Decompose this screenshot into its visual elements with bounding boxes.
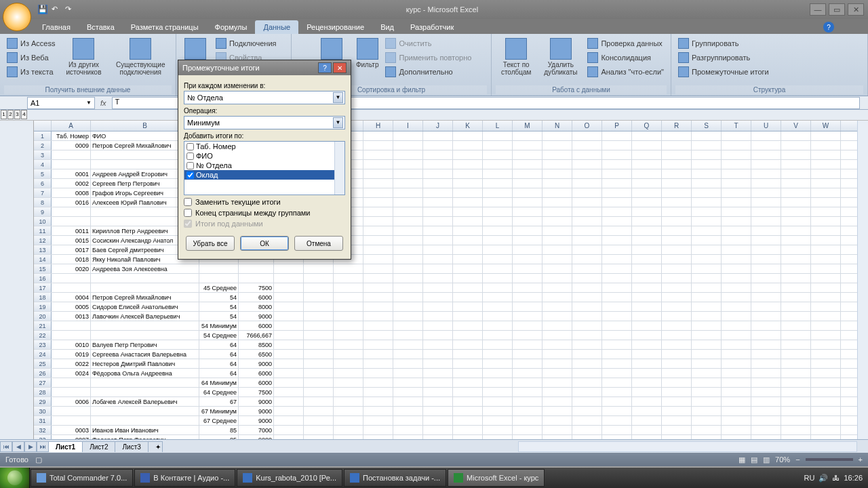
list-item[interactable]: ФИО (184, 151, 344, 161)
taskbar-item[interactable]: Microsoft Excel - курс (448, 469, 545, 487)
listbox-scrollbar[interactable] (334, 142, 344, 195)
remove-all-button[interactable]: Убрать все (186, 236, 235, 251)
dialog-close-button[interactable]: ✕ (333, 62, 347, 73)
start-button[interactable] (0, 468, 30, 488)
table-row[interactable]: 4 (34, 160, 868, 169)
horizontal-scrollbar[interactable] (518, 441, 857, 452)
dialog-titlebar[interactable]: Промежуточные итоги ? ✕ (178, 60, 351, 75)
outline-level-2[interactable]: 2 (7, 110, 14, 119)
text-to-columns-button[interactable]: Текст по столбцам (496, 37, 536, 77)
table-row[interactable]: 130017Баев Сергей дмитреевич (34, 245, 868, 255)
outline-level-1[interactable]: 1 (1, 110, 7, 119)
combo-operation[interactable]: Минимум▼ (184, 116, 345, 129)
table-row[interactable]: 260024Фёдорова Ольга Андреевна646000 (34, 369, 868, 378)
sort-asc-icon[interactable] (296, 37, 309, 50)
vertical-scrollbar[interactable] (857, 121, 868, 439)
from-access-button[interactable]: Из Access (4, 37, 58, 50)
what-if-button[interactable]: Анализ "что-если" (585, 65, 667, 79)
view-normal-icon[interactable]: ▦ (738, 455, 745, 464)
list-item[interactable]: № Отдела (184, 161, 344, 170)
taskbar-item[interactable]: Total Commander 7.0... (31, 469, 133, 487)
table-row[interactable]: 3 (34, 150, 868, 160)
tab-page-layout[interactable]: Разметка страницы (123, 20, 207, 34)
table-row[interactable]: 1Таб. НомерФИО (34, 131, 868, 141)
sheet-nav-prev[interactable]: ◀ (12, 441, 24, 452)
table-row[interactable]: 180004Петров Сергей Михайлович546000 (34, 293, 868, 302)
table-row[interactable]: 2254 Среднее7666,667 (34, 331, 868, 340)
name-box[interactable]: A1▼ (27, 97, 95, 109)
sheet-tab[interactable]: Лист3 (115, 441, 148, 452)
sheet-tab[interactable]: Лист2 (82, 441, 115, 452)
taskbar-item[interactable]: В Контакте | Аудио -... (134, 469, 235, 487)
taskbar-item[interactable]: Постановка задачи -... (344, 469, 446, 487)
chevron-down-icon[interactable]: ▼ (333, 117, 343, 128)
tab-data[interactable]: Данные (255, 20, 298, 34)
zoom-out-button[interactable]: − (795, 455, 800, 464)
record-macro-icon[interactable]: ▢ (35, 455, 42, 464)
table-row[interactable]: 10 (34, 217, 868, 226)
table-row[interactable]: 2764 Минимум6000 (34, 378, 868, 388)
subtotal-button[interactable]: Промежуточные итоги (675, 65, 772, 79)
tray-icon[interactable]: 🔊 (818, 474, 828, 483)
sheet-tab[interactable]: Лист1 (48, 441, 83, 452)
tray-time[interactable]: 16:26 (844, 474, 863, 482)
table-row[interactable]: 320003Иванов Иван Иванович857000 (34, 426, 868, 435)
redo-icon[interactable]: ↷ (65, 5, 75, 14)
table-row[interactable]: 140018Якку Николай Павлович (34, 255, 868, 264)
table-row[interactable]: 110011Кириллов Петр Андреевич (34, 226, 868, 236)
ungroup-button[interactable]: Разгруппировать (675, 51, 772, 64)
from-web-button[interactable]: Из Веба (4, 51, 58, 64)
table-row[interactable]: 1745 Среднее7500 (34, 283, 868, 293)
table-row[interactable]: 2864 Среднее7500 (34, 388, 868, 397)
listbox-add-subtotal-to[interactable]: Таб. Номер ФИО № Отдела Оклад (184, 141, 345, 195)
table-row[interactable]: 230010Валуев Петр Петрович648500 (34, 340, 868, 350)
table-row[interactable]: 120015Сосискин Александр Анатол (34, 236, 868, 245)
reapply-button[interactable]: Применить повторно (382, 51, 474, 64)
table-row[interactable]: 240019Сергеева Анастасия Валерьевна64650… (34, 350, 868, 359)
maximize-button[interactable]: ▭ (829, 3, 845, 16)
table-row[interactable]: 70008Графов Игорь Сергеевич (34, 188, 868, 198)
table-row[interactable]: 3067 Минимум9000 (34, 407, 868, 416)
filter-button[interactable]: Фильтр (355, 37, 380, 70)
tab-insert[interactable]: Вставка (79, 20, 123, 34)
view-layout-icon[interactable]: ▤ (751, 455, 757, 464)
office-button[interactable] (3, 3, 31, 31)
grid[interactable]: ABCDEFGHIJKLMNOPQRSTUVW 1Таб. НомерФИО20… (34, 121, 868, 439)
table-row[interactable]: 150020Андреева Зоя Алексеевна (34, 264, 868, 274)
existing-connections-button[interactable]: Существующие подключения (109, 37, 172, 77)
table-row[interactable]: 60002Сергеев Петр Петрович (34, 179, 868, 188)
chk-page-break[interactable]: Конец страницы между группами (184, 209, 345, 217)
zoom-in-button[interactable]: + (859, 455, 863, 464)
list-item[interactable]: Оклад (184, 170, 344, 180)
table-row[interactable]: 16 (34, 274, 868, 283)
zoom-slider[interactable] (806, 458, 853, 461)
combo-at-each-change[interactable]: № Отдела▼ (184, 91, 345, 104)
taskbar-item[interactable]: Kurs_rabota_2010 [Ре... (237, 469, 342, 487)
outline-gutter[interactable] (0, 121, 34, 439)
chevron-down-icon[interactable]: ▼ (333, 92, 343, 103)
table-row[interactable]: 2154 Минимум6000 (34, 321, 868, 331)
chk-replace-current[interactable]: Заменить текущие итоги (184, 198, 345, 206)
fx-icon[interactable]: fx (100, 99, 106, 107)
tab-view[interactable]: Вид (372, 20, 402, 34)
tab-developer[interactable]: Разработчик (402, 20, 462, 34)
other-sources-button[interactable]: Из других источников (60, 37, 106, 77)
minimize-button[interactable]: — (810, 3, 826, 16)
sheet-nav-first[interactable]: ⏮ (0, 441, 12, 452)
table-row[interactable]: 250022Нестеров Дмитрий Павлович649000 (34, 359, 868, 369)
close-button[interactable]: ✕ (848, 3, 864, 16)
table-row[interactable]: 200013Лавочкин Алексей Валерьевич549000 (34, 312, 868, 321)
clear-filter-button[interactable]: Очистить (382, 37, 474, 50)
table-row[interactable]: 290006Лобачев Алексей Валерьевич679000 (34, 397, 868, 407)
tray-lang[interactable]: RU (804, 474, 815, 482)
outline-level-4[interactable]: 4 (21, 110, 27, 119)
group-button[interactable]: Группировать (675, 37, 772, 50)
tab-formulas[interactable]: Формулы (207, 20, 256, 34)
table-row[interactable]: 9 (34, 207, 868, 217)
undo-icon[interactable]: ↶ (52, 5, 61, 14)
zoom-level[interactable]: 70% (775, 455, 790, 464)
tray-icon[interactable]: 🖧 (832, 474, 840, 482)
save-icon[interactable]: 💾 (38, 5, 47, 14)
list-item[interactable]: Таб. Номер (184, 142, 344, 151)
view-pagebreak-icon[interactable]: ▥ (763, 455, 770, 464)
